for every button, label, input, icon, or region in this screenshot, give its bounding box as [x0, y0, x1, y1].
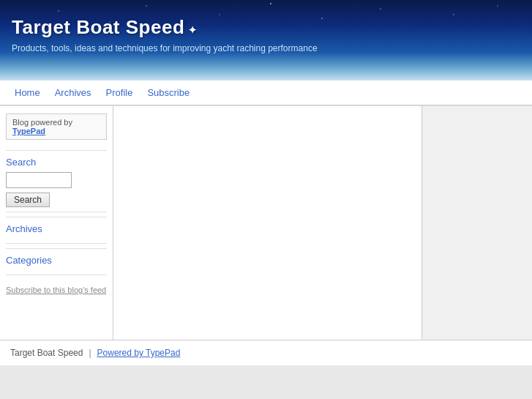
nav-subscribe[interactable]: Subscribe	[140, 81, 197, 104]
nav-home[interactable]: Home	[7, 81, 48, 104]
sidebar: Blog powered by TypePad Search Search Ar…	[0, 106, 113, 340]
divider-2	[6, 243, 107, 244]
right-margin	[422, 106, 532, 340]
subscribe-feed-link[interactable]: Subscribe to this blog's feed	[6, 280, 107, 297]
main-wrapper: Blog powered by TypePad Search Search Ar…	[0, 105, 532, 340]
divider-3	[6, 275, 107, 275]
site-title: Target Boat Speed	[12, 16, 520, 39]
footer-divider: |	[89, 348, 91, 358]
nav-profile[interactable]: Profile	[99, 81, 141, 104]
divider-1	[6, 212, 107, 212]
site-header: Target Boat Speed Products, tools, ideas…	[0, 0, 532, 81]
navbar: Home Archives Profile Subscribe	[0, 81, 532, 105]
nav-archives[interactable]: Archives	[48, 81, 99, 104]
footer: Target Boat Speed | Powered by TypePad	[0, 340, 532, 365]
typepad-link[interactable]: TypePad	[12, 127, 45, 135]
archives-section-title: Archives	[6, 217, 107, 239]
footer-site-name: Target Boat Speed	[10, 348, 83, 358]
search-section-title: Search	[6, 150, 107, 172]
search-input[interactable]	[6, 172, 72, 188]
search-button[interactable]: Search	[6, 193, 50, 207]
categories-section-title: Categories	[6, 248, 107, 270]
site-subtitle: Products, tools, ideas and techniques fo…	[12, 43, 520, 53]
footer-powered-link[interactable]: Powered by TypePad	[97, 348, 181, 358]
blog-powered-text: Blog	[12, 118, 29, 127]
content-area	[113, 106, 422, 340]
blog-powered-box: Blog powered by TypePad	[6, 113, 107, 140]
